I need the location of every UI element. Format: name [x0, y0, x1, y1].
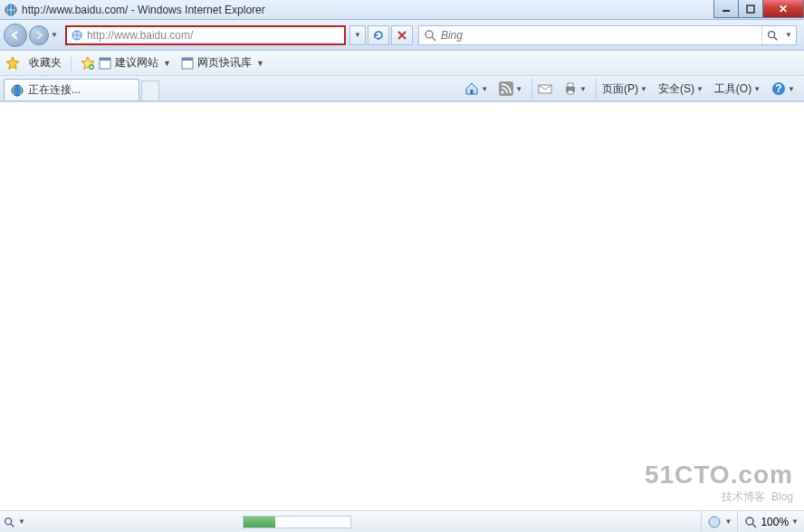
page-icon [180, 56, 195, 71]
svg-rect-2 [747, 5, 754, 13]
tab-bar: 正在连接... ▼ ▼ ▼ 页面(P)▼ 安全(S)▼ 工具(O)▼ ? ▼ [0, 76, 804, 101]
svg-rect-10 [100, 58, 110, 61]
chevron-down-icon: ▼ [163, 59, 171, 68]
zoom-control[interactable]: 100% ▼ [737, 511, 804, 532]
svg-point-26 [746, 518, 753, 525]
svg-point-6 [768, 31, 774, 37]
zoom-icon [743, 515, 758, 529]
status-bar: ▼ ▼ 100% ▼ [0, 510, 804, 532]
print-icon [563, 81, 578, 96]
close-button[interactable]: ✕ [762, 0, 804, 18]
svg-point-4 [426, 31, 433, 38]
svg-line-24 [11, 523, 14, 527]
window-title: http://www.baidu.com/ - Windows Internet… [22, 4, 714, 16]
svg-rect-20 [568, 90, 573, 94]
watermark-line3: Blog [771, 490, 793, 503]
watermark-line2: 技术博客 [722, 490, 765, 503]
page-menu-label: 页面(P) [602, 81, 638, 97]
chevron-down-icon: ▼ [256, 59, 264, 68]
forward-button[interactable] [29, 25, 49, 45]
page-icon [98, 56, 112, 71]
tools-menu-label: 工具(O) [714, 81, 751, 97]
home-icon [464, 81, 479, 96]
title-bar: http://www.baidu.com/ - Windows Internet… [0, 0, 804, 20]
favorites-bar: 收藏夹 建议网站 ▼ 网页快讯库 ▼ [0, 51, 804, 76]
zoom-value: 100% [761, 516, 789, 528]
back-button[interactable] [4, 24, 27, 47]
stop-button[interactable] [391, 25, 413, 45]
rss-icon [499, 81, 513, 96]
search-input[interactable] [441, 29, 761, 42]
svg-point-25 [709, 517, 720, 527]
find-dropdown[interactable]: ▼ [18, 518, 25, 526]
svg-line-27 [752, 524, 756, 527]
recent-pages-dropdown[interactable]: ▼ [51, 31, 58, 39]
window-controls: ✕ [714, 0, 804, 18]
address-bar[interactable] [65, 25, 346, 45]
suggested-sites[interactable]: 建议网站 ▼ [81, 55, 171, 71]
mail-icon [538, 81, 552, 96]
minimize-button[interactable] [713, 0, 739, 18]
ie-icon [4, 3, 18, 17]
navigation-bar: ▼ ▼ ▼ [0, 20, 804, 51]
tab-title: 正在连接... [28, 82, 81, 98]
svg-point-16 [502, 91, 504, 94]
tools-menu[interactable]: 工具(O)▼ [711, 79, 764, 99]
svg-rect-19 [568, 83, 573, 87]
watermark: 51CTO.com 技术博客 Blog [645, 461, 793, 505]
progress-bar [243, 516, 351, 528]
new-tab-button[interactable] [141, 81, 159, 100]
svg-rect-15 [499, 81, 513, 96]
search-box[interactable]: ▼ [418, 25, 797, 45]
page-icon [70, 28, 84, 43]
svg-rect-12 [182, 58, 193, 61]
suggested-sites-label: 建议网站 [115, 55, 158, 71]
safety-menu[interactable]: 安全(S)▼ [655, 79, 707, 99]
read-mail-button[interactable] [531, 79, 556, 99]
watermark-line1: 51CTO.com [645, 461, 793, 489]
page-menu[interactable]: 页面(P)▼ [596, 79, 651, 99]
ie-icon [10, 83, 24, 98]
home-button[interactable]: ▼ [461, 79, 492, 99]
maximize-button[interactable] [738, 0, 763, 18]
url-input[interactable] [87, 27, 344, 43]
svg-point-23 [5, 518, 12, 524]
internet-zone-icon [707, 515, 722, 529]
find-button[interactable] [0, 516, 18, 528]
help-button[interactable]: ? ▼ [768, 79, 799, 99]
web-slice-label: 网页快讯库 [197, 55, 252, 71]
search-button[interactable] [761, 26, 781, 44]
safety-menu-label: 安全(S) [658, 81, 694, 97]
add-favorite-icon [81, 56, 95, 71]
command-bar: ▼ ▼ ▼ 页面(P)▼ 安全(S)▼ 工具(O)▼ ? ▼ [461, 78, 799, 100]
zoom-dropdown[interactable]: ▼ [791, 518, 799, 526]
page-content [0, 101, 804, 510]
svg-line-5 [432, 37, 436, 41]
svg-rect-14 [471, 90, 474, 94]
web-slice-gallery[interactable]: 网页快讯库 ▼ [180, 55, 264, 71]
svg-text:?: ? [775, 82, 781, 95]
svg-line-7 [773, 36, 777, 40]
tab-connecting[interactable]: 正在连接... [4, 79, 139, 100]
favorites-label[interactable]: 收藏夹 [29, 55, 62, 71]
security-zone[interactable]: ▼ [701, 511, 737, 532]
favorites-star-icon[interactable] [5, 56, 20, 71]
refresh-button[interactable] [368, 25, 389, 45]
address-dropdown[interactable]: ▼ [349, 25, 366, 45]
feeds-button[interactable]: ▼ [495, 79, 526, 99]
print-button[interactable]: ▼ [560, 79, 590, 99]
help-icon: ? [771, 81, 786, 96]
search-dropdown[interactable]: ▼ [781, 31, 796, 39]
search-provider-icon [423, 28, 437, 43]
